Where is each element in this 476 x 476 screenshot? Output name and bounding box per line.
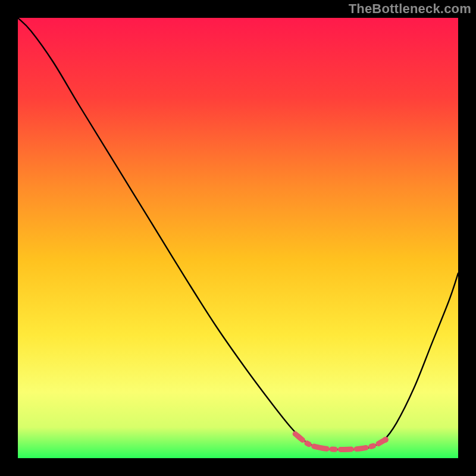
watermark-text: TheBottleneck.com xyxy=(349,1,471,17)
gradient-background xyxy=(18,18,458,458)
valley-highlight-end-dot xyxy=(383,437,389,443)
chart-frame: TheBottleneck.com xyxy=(0,0,476,476)
bottleneck-chart xyxy=(18,18,458,458)
plot-area xyxy=(18,18,458,458)
